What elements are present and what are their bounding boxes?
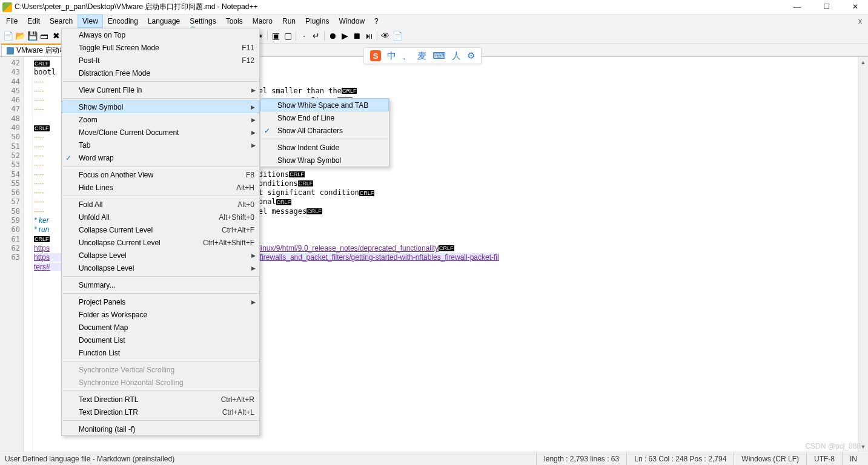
fold-icon[interactable]: ▣ <box>270 30 281 41</box>
view-menu-fold-all[interactable]: Fold AllAlt+0 <box>62 198 259 211</box>
ime-logo-icon[interactable]: S <box>370 50 381 61</box>
view-menu-move-clone-current-document[interactable]: Move/Clone Current Document▶ <box>62 126 259 139</box>
menu-item-label: Uncollapse Level <box>79 264 134 272</box>
view-menu-post-it[interactable]: Post-ItF12 <box>62 54 259 67</box>
view-menu-show-symbol[interactable]: Show Symbol▶ <box>62 101 259 113</box>
menu-encoding[interactable]: Encoding <box>103 15 143 28</box>
menu-shortcut: F12 <box>242 56 254 65</box>
menu-item-label: Project Panels <box>79 298 125 306</box>
eol-icon[interactable]: ↵ <box>311 30 322 41</box>
menu-item-label: Move/Clone Current Document <box>79 128 179 137</box>
view-menu-uncollapse-current-level[interactable]: Uncollapse Current LevelCtrl+Alt+Shift+F <box>62 236 259 249</box>
view-menu-document-map[interactable]: Document Map <box>62 321 259 334</box>
ime-btn-5[interactable]: ⚙ <box>467 50 475 61</box>
view-menu-hide-lines[interactable]: Hide LinesAlt+H <box>62 181 259 194</box>
symbol-menu-show-indent-guide[interactable]: Show Indent Guide <box>260 141 389 154</box>
menu-plugins[interactable]: Plugins <box>300 15 334 28</box>
view-menu-collapse-level[interactable]: Collapse Level▶ <box>62 249 259 262</box>
menu-shortcut: F11 <box>242 44 254 52</box>
window-title: C:\Users\peter_p_pan\Desktop\VMware 启动串口… <box>15 2 789 12</box>
menu-window[interactable]: Window <box>334 15 369 28</box>
menu-edit[interactable]: Edit <box>22 15 45 28</box>
view-menu-zoom[interactable]: Zoom▶ <box>62 113 259 126</box>
menu-file[interactable]: File <box>1 15 22 28</box>
menu-run[interactable]: Run <box>277 15 300 28</box>
view-menu-summary-[interactable]: Summary... <box>62 279 259 291</box>
menu-item-label: Word wrap <box>79 154 114 162</box>
view-menu-text-direction-ltr[interactable]: Text Direction LTRCtrl+Alt+L <box>62 406 259 418</box>
view-menu-toggle-full-screen-mode[interactable]: Toggle Full Screen ModeF11 <box>62 41 259 54</box>
doc-icon[interactable]: 📄 <box>392 30 403 41</box>
menu-item-label: Show Indent Guide <box>277 143 339 152</box>
view-menu-monitoring-tail-f-[interactable]: Monitoring (tail -f) <box>62 423 259 435</box>
view-menu-focus-on-another-view[interactable]: Focus on Another ViewF8 <box>62 168 259 181</box>
view-menu-word-wrap[interactable]: ✓Word wrap <box>62 151 259 164</box>
view-menu-function-list[interactable]: Function List <box>62 346 259 359</box>
stop-icon[interactable]: ⏹ <box>351 30 362 41</box>
symbol-menu-show-end-of-line[interactable]: Show End of Line <box>260 111 389 124</box>
submenu-arrow-icon: ▶ <box>251 142 256 148</box>
ime-toolbar[interactable]: S中、麦⌨人⚙ <box>363 47 482 64</box>
status-position: Ln : 63 Col : 248 Pos : 2,794 <box>626 452 734 465</box>
new-icon[interactable]: 📄 <box>2 30 13 41</box>
menu-help[interactable]: ? <box>369 15 383 28</box>
view-menu-collapse-current-level[interactable]: Collapse Current LevelCtrl+Alt+F <box>62 223 259 236</box>
fold-column <box>24 57 33 452</box>
app-icon <box>2 2 12 12</box>
tab-global-close[interactable]: x <box>853 15 867 28</box>
view-menu-document-list[interactable]: Document List <box>62 334 259 346</box>
menu-tools[interactable]: Tools <box>221 15 248 28</box>
vertical-scrollbar[interactable]: ▲ ▼ <box>858 57 868 452</box>
status-bar: User Defined language file - Markdown (p… <box>0 452 868 465</box>
menu-view[interactable]: View <box>78 15 103 28</box>
ime-btn-1[interactable]: 、 <box>402 50 411 62</box>
view-menu-dropdown: Always on TopToggle Full Screen ModeF11P… <box>61 28 260 436</box>
view-menu-folder-as-workspace[interactable]: Folder as Workspace <box>62 308 259 321</box>
status-encoding: UTF-8 <box>806 452 842 465</box>
open-icon[interactable]: 📂 <box>15 30 25 41</box>
menu-language[interactable]: Language <box>143 15 185 28</box>
play2-icon[interactable]: ⏯ <box>363 30 374 41</box>
rec-icon[interactable]: ⏺ <box>327 30 338 41</box>
view-menu-tab[interactable]: Tab▶ <box>62 139 259 151</box>
play-icon[interactable]: ▶ <box>339 30 350 41</box>
menu-item-label: Always on Top <box>79 31 125 39</box>
title-bar: C:\Users\peter_p_pan\Desktop\VMware 启动串口… <box>0 0 868 15</box>
view-menu-always-on-top[interactable]: Always on Top <box>62 28 259 41</box>
unfold-icon[interactable]: ▢ <box>282 30 293 41</box>
menu-item-label: Folder as Workspace <box>79 311 147 319</box>
submenu-arrow-icon: ▶ <box>251 130 256 136</box>
symbol-menu-show-wrap-symbol[interactable]: Show Wrap Symbol <box>260 154 389 167</box>
view-menu-view-current-file-in[interactable]: View Current File in▶ <box>62 84 259 96</box>
menu-item-label: Text Direction RTL <box>79 395 138 404</box>
menu-item-label: Tab <box>79 141 90 150</box>
view-menu-distraction-free-mode[interactable]: Distraction Free Mode <box>62 67 259 79</box>
ime-btn-4[interactable]: 人 <box>452 50 461 62</box>
menu-shortcut: Alt+Shift+0 <box>219 213 254 222</box>
menu-search[interactable]: Search <box>45 15 78 28</box>
menu-item-label: Distraction Free Mode <box>79 69 150 78</box>
close-icon[interactable]: ✖ <box>51 30 62 41</box>
ws-icon[interactable]: · <box>299 30 310 41</box>
menu-item-label: Toggle Full Screen Mode <box>79 44 159 52</box>
menu-macro[interactable]: Macro <box>248 15 277 28</box>
eye-icon[interactable]: 👁 <box>380 30 391 41</box>
view-menu-text-direction-rtl[interactable]: Text Direction RTLCtrl+Alt+R <box>62 393 259 406</box>
save-icon[interactable]: 💾 <box>27 30 38 41</box>
view-menu-project-panels[interactable]: Project Panels▶ <box>62 295 259 308</box>
symbol-menu-show-all-characters[interactable]: ✓Show All Characters <box>260 124 389 137</box>
save-all-icon[interactable]: 🗃 <box>39 30 50 41</box>
ime-btn-0[interactable]: 中 <box>387 50 396 62</box>
close-button[interactable]: ✕ <box>847 1 863 13</box>
maximize-button[interactable]: ☐ <box>818 1 834 13</box>
minimize-button[interactable]: — <box>789 1 805 13</box>
status-eol: Windows (CR LF) <box>734 452 806 465</box>
menu-item-label: Document List <box>79 336 125 345</box>
scroll-up-icon[interactable]: ▲ <box>858 57 868 67</box>
ime-btn-2[interactable]: 麦 <box>417 50 426 62</box>
view-menu-unfold-all[interactable]: Unfold AllAlt+Shift+0 <box>62 211 259 223</box>
view-menu-uncollapse-level[interactable]: Uncollapse Level▶ <box>62 262 259 274</box>
window-controls: — ☐ ✕ <box>789 1 863 13</box>
ime-btn-3[interactable]: ⌨ <box>432 50 446 61</box>
symbol-menu-show-white-space-and-tab[interactable]: Show White Space and TAB <box>260 99 389 111</box>
